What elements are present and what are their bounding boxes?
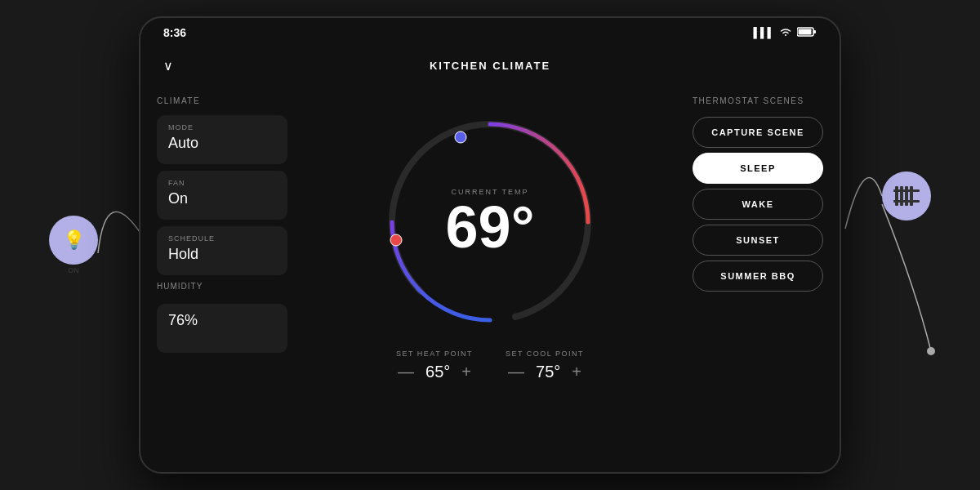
cool-decrease-button[interactable]: — <box>508 363 524 381</box>
heat-set-label: SET HEAT POINT <box>396 350 473 358</box>
main-content: CLIMATE MODE Auto FAN On SCHEDULE Hold H… <box>140 83 840 472</box>
signal-icon: ▌▌▌ <box>753 27 774 38</box>
bulb-icon: 💡 <box>63 229 85 251</box>
humidity-card: 76% <box>157 304 287 353</box>
mode-value: Auto <box>168 135 276 152</box>
status-time: 8:36 <box>163 26 186 39</box>
scene-button-sleep[interactable]: SLEEP <box>693 153 823 184</box>
heat-value: 65° <box>425 363 450 381</box>
status-bar: 8:36 ▌▌▌ <box>140 18 840 47</box>
svg-point-12 <box>390 234 402 246</box>
left-node-circle: 💡 <box>49 216 98 265</box>
radiator-icon <box>892 181 921 211</box>
right-node-circle <box>882 172 931 220</box>
scene-button-capture-scene[interactable]: CAPTURE SCENE <box>693 117 823 148</box>
svg-rect-9 <box>799 29 812 34</box>
svg-rect-4 <box>910 186 913 206</box>
fan-card[interactable]: FAN On <box>157 171 287 220</box>
battery-icon <box>797 27 817 39</box>
svg-rect-6 <box>893 200 920 203</box>
status-icons: ▌▌▌ <box>753 27 817 39</box>
set-points: SET HEAT POINT — 65° + SET COOL POINT — … <box>396 350 584 381</box>
current-temp-value: 69° <box>446 198 535 256</box>
schedule-value: Hold <box>168 246 276 263</box>
climate-label: CLIMATE <box>157 96 287 105</box>
svg-rect-1 <box>895 186 898 206</box>
thermostat-ring[interactable]: CURRENT TEMP 69° <box>376 108 604 336</box>
svg-rect-2 <box>900 186 903 206</box>
header: ∨ KITCHEN CLIMATE <box>140 47 840 83</box>
scene-button-wake[interactable]: WAKE <box>693 189 823 220</box>
mode-label: MODE <box>168 123 276 131</box>
svg-rect-3 <box>905 186 908 206</box>
left-panel: CLIMATE MODE Auto FAN On SCHEDULE Hold H… <box>140 83 304 472</box>
wifi-icon <box>779 27 792 39</box>
left-node-label: ON <box>68 266 79 274</box>
left-device-node[interactable]: 💡 ON <box>49 216 98 274</box>
center-panel: CURRENT TEMP 69° SET HEAT POINT — 65° + <box>304 83 676 472</box>
svg-point-11 <box>455 131 466 143</box>
right-panel: THERMOSTAT SCENES CAPTURE SCENESLEEPWAKE… <box>676 83 840 472</box>
cool-increase-button[interactable]: + <box>572 363 581 381</box>
scene-button-sunset[interactable]: SUNSET <box>693 225 823 256</box>
cool-set-label: SET COOL POINT <box>506 350 584 358</box>
scene-button-summer-bbq[interactable]: SUMMER BBQ <box>693 261 823 292</box>
outer-container: 💡 ON 8:36 ▌▌▌ <box>0 0 980 490</box>
heat-decrease-button[interactable]: — <box>398 363 414 381</box>
cool-set-point: SET COOL POINT — 75° + <box>506 350 584 381</box>
schedule-label: SCHEDULE <box>168 234 276 243</box>
heat-increase-button[interactable]: + <box>461 363 471 381</box>
svg-point-0 <box>927 347 935 355</box>
fan-label: FAN <box>168 179 276 187</box>
scenes-container: CAPTURE SCENESLEEPWAKESUNSETSUMMER BBQ <box>693 117 823 296</box>
humidity-section-label: HUMIDITY <box>157 282 287 291</box>
humidity-value: 76% <box>168 312 276 329</box>
scenes-label: THERMOSTAT SCENES <box>693 96 823 105</box>
tablet: 8:36 ▌▌▌ <box>139 16 841 474</box>
heat-controls: — 65° + <box>398 363 471 381</box>
svg-rect-8 <box>813 30 816 33</box>
schedule-card[interactable]: SCHEDULE Hold <box>157 226 287 275</box>
mode-card[interactable]: MODE Auto <box>157 115 287 164</box>
temp-display: CURRENT TEMP 69° <box>446 188 535 256</box>
cool-controls: — 75° + <box>508 363 581 381</box>
header-chevron[interactable]: ∨ <box>163 58 173 74</box>
fan-value: On <box>168 190 276 207</box>
heat-set-point: SET HEAT POINT — 65° + <box>396 350 473 381</box>
header-title: KITCHEN CLIMATE <box>430 60 550 72</box>
right-device-node[interactable] <box>882 172 931 220</box>
cool-value: 75° <box>536 363 560 381</box>
svg-rect-5 <box>893 189 920 192</box>
